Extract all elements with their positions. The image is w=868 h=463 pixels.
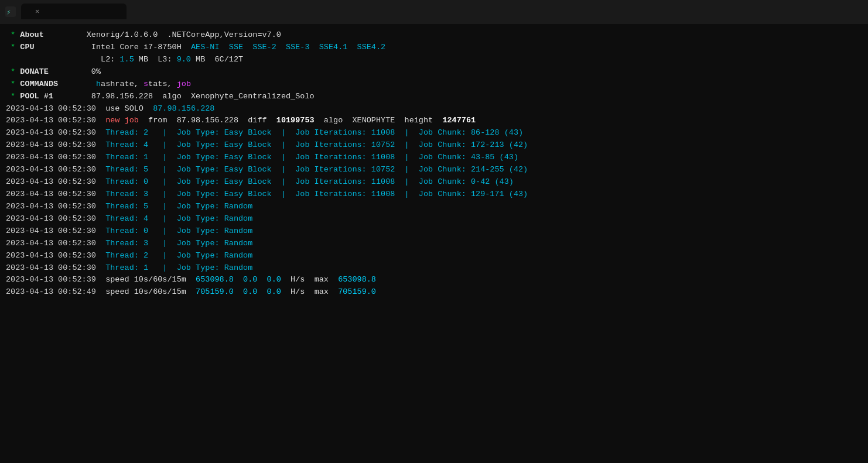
terminal-text-segment: MB 6C/12T: [191, 55, 243, 64]
terminal-text-segment: COMMANDS: [20, 80, 58, 88]
terminal-text-segment: SSE4.2: [357, 43, 386, 52]
terminal-text-segment: 2023-04-13 00:52:30: [6, 227, 96, 235]
terminal-text-segment: [96, 116, 105, 125]
terminal-line: 2023-04-13 00:52:30 Thread: 0 | Job Type…: [6, 225, 862, 238]
terminal-text-segment: 2023-04-13 00:52:30: [6, 177, 96, 186]
terminal-line: 2023-04-13 00:52:30 Thread: 2 | Job Type…: [6, 127, 862, 139]
terminal-text-segment: 705159.0: [338, 287, 376, 296]
terminal-text-segment: 2023-04-13 00:52:30: [6, 140, 96, 149]
terminal-text-segment: | Job Type: Random: [148, 227, 252, 235]
terminal-text-segment: [276, 43, 286, 52]
terminal-text-segment: | Job Type: Random: [148, 263, 252, 272]
terminal-text-segment: 1.5: [119, 55, 134, 64]
minimize-button[interactable]: [829, 8, 838, 16]
terminal-line: * DONATE 0%: [6, 66, 862, 78]
terminal-text-segment: | Job Type: Easy Block | Job Iterations:: [148, 177, 371, 186]
terminal-text-segment: POOL #1: [20, 92, 53, 101]
terminal-line: 2023-04-13 00:52:30 new job from 87.98.1…: [6, 115, 862, 127]
terminal-text-segment: 86-128 (43): [471, 128, 523, 137]
terminal-text-segment: 2023-04-13 00:52:30: [6, 214, 96, 223]
terminal-text-segment: Intel Core i7-8750H: [35, 43, 191, 52]
terminal-text-segment: | Job Type: Random: [148, 202, 252, 211]
terminal-line: * About Xenorig/1.0.6.0 .NETCoreApp,Vers…: [6, 29, 862, 42]
terminal-text-segment: 2023-04-13 00:52:30: [6, 153, 96, 162]
terminal-text-segment: Xenorig/1.0.6.0 .NETCoreApp,Version=v7.0: [44, 30, 281, 39]
terminal-text-segment: [96, 128, 105, 137]
terminal-text-segment: | Job Type: Easy Block | Job Iterations:: [148, 153, 371, 162]
terminal-text-segment: [220, 43, 229, 52]
terminal-text-segment: 2023-04-13 00:52:30: [6, 128, 96, 137]
terminal-text-segment: [96, 177, 105, 186]
terminal-text-segment: *: [6, 80, 20, 88]
terminal-line: 2023-04-13 00:52:30 Thread: 0 | Job Type…: [6, 176, 862, 188]
terminal-text-segment: 2023-04-13 00:52:39: [6, 275, 96, 284]
terminal-text-segment: AES-NI: [191, 43, 220, 52]
terminal-line: * CPU Intel Core i7-8750H AES-NI SSE SSE…: [6, 42, 862, 54]
terminal-text-segment: | Job Chunk:: [395, 190, 471, 198]
terminal-text-segment: 172-213 (42): [471, 140, 528, 149]
window-controls: [829, 8, 863, 16]
terminal-text-segment: new job: [105, 116, 139, 125]
terminal-text-segment: [243, 43, 252, 52]
terminal-text-segment: 2023-04-13 00:52:30: [6, 251, 96, 260]
terminal-line: 2023-04-13 00:52:30 Thread: 4 | Job Type…: [6, 213, 862, 225]
terminal-line: L2: 1.5 MB L3: 9.0 MB 6C/12T: [6, 54, 862, 66]
terminal-text-segment: | Job Type: Random: [148, 251, 252, 260]
terminal-text-segment: 1247761: [442, 116, 476, 125]
terminal-text-segment: | Job Type: Random: [148, 214, 252, 223]
terminal-text-segment: | Job Type: Easy Block | Job Iterations:: [148, 140, 371, 149]
maximize-button[interactable]: [842, 8, 850, 16]
terminal-text-segment: [234, 275, 243, 284]
close-button[interactable]: [855, 8, 863, 16]
terminal-line: 2023-04-13 00:52:30 Thread: 5 | Job Type…: [6, 201, 862, 213]
terminal-text-segment: [96, 227, 105, 235]
tab-close-button[interactable]: ✕: [35, 7, 39, 16]
terminal-text-segment: [96, 214, 105, 223]
terminal-text-segment: Thread: 2: [105, 128, 148, 137]
terminal-text-segment: H/s max: [281, 287, 338, 296]
terminal-text-segment: 705159.0: [196, 287, 234, 296]
terminal-text-segment: Thread: 1: [105, 153, 148, 162]
terminal-text-segment: job: [177, 80, 191, 88]
terminal-text-segment: 0-42 (43): [471, 177, 514, 186]
terminal-text-segment: 2023-04-13 00:52:30: [6, 239, 96, 248]
terminal-text-segment: *: [6, 67, 20, 76]
terminal-text-segment: 129-171 (43): [471, 190, 528, 198]
terminal-text-segment: Thread: 3: [105, 239, 148, 248]
terminal-text-segment: | Job Chunk:: [395, 165, 471, 174]
active-tab[interactable]: ✕: [21, 4, 127, 19]
terminal-line: * COMMANDS hashrate, stats, job: [6, 78, 862, 91]
terminal-text-segment: 653098.8: [196, 275, 234, 284]
terminal-text-segment: [58, 80, 96, 88]
terminal-text-segment: 87.98.156.228: [153, 104, 214, 113]
terminal-text-segment: | Job Chunk:: [395, 177, 471, 186]
terminal-text-segment: [96, 190, 105, 198]
terminal-text-segment: Thread: 5: [105, 165, 148, 174]
terminal-text-segment: MB L3:: [134, 55, 177, 64]
terminal-text-segment: 2023-04-13 00:52:30: [6, 263, 96, 272]
terminal-text-segment: Thread: 3: [105, 190, 148, 198]
terminal-line: 2023-04-13 00:52:30 Thread: 1 | Job Type…: [6, 262, 862, 275]
terminal-text-segment: 2023-04-13 00:52:30: [6, 104, 96, 113]
terminal-text-segment: Thread: 1: [105, 263, 148, 272]
app-icon: ⚡: [5, 6, 16, 18]
terminal-text-segment: algo XENOPHYTE height: [315, 116, 443, 125]
terminal-text-segment: 2023-04-13 00:52:49: [6, 287, 96, 296]
terminal-text-segment: [96, 263, 105, 272]
terminal-text-segment: Thread: 2: [105, 251, 148, 260]
terminal-text-segment: SSE-2: [252, 43, 276, 52]
terminal-text-segment: *: [6, 92, 20, 101]
terminal-text-segment: Thread: 0: [105, 227, 148, 235]
terminal-text-segment: 0%: [49, 67, 101, 76]
terminal-text-segment: DONATE: [20, 67, 49, 76]
terminal-text-segment: 2023-04-13 00:52:30: [6, 202, 96, 211]
terminal-text-segment: Thread: 4: [105, 140, 148, 149]
terminal-text-segment: Thread: 5: [105, 202, 148, 211]
terminal-line: 2023-04-13 00:52:30 Thread: 1 | Job Type…: [6, 152, 862, 164]
terminal-text-segment: L2:: [6, 55, 119, 64]
terminal-text-segment: SSE-3: [286, 43, 310, 52]
terminal-output: * About Xenorig/1.0.6.0 .NETCoreApp,Vers…: [0, 23, 868, 463]
terminal-text-segment: 0.0: [243, 287, 257, 296]
terminal-text-segment: tats,: [148, 80, 177, 88]
terminal-text-segment: | Job Chunk:: [395, 128, 471, 137]
